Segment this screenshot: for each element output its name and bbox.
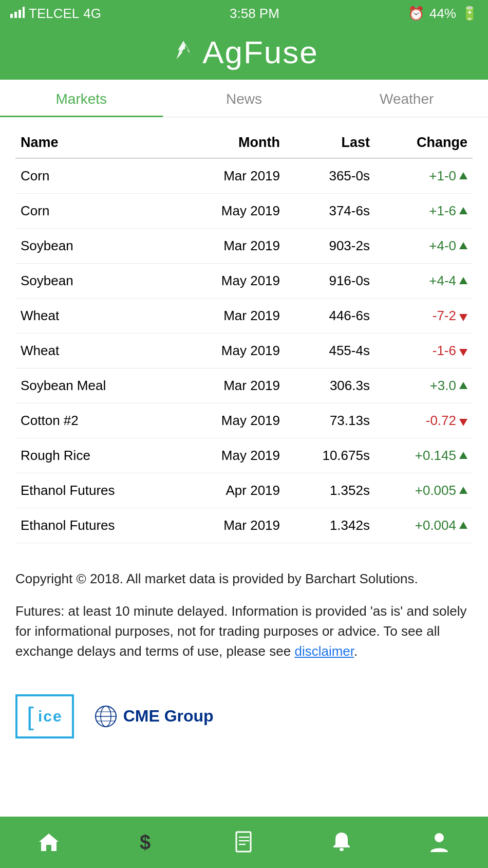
signal-bars xyxy=(10,6,25,22)
bottom-nav-news[interactable] xyxy=(232,830,256,854)
cell-change: +1-6 xyxy=(375,193,473,228)
svg-point-16 xyxy=(435,833,444,842)
table-row: Soybean MealMar 2019306.3s+3.0 xyxy=(15,368,473,403)
alarm-icon: ⏰ xyxy=(408,6,424,22)
table-row: SoybeanMay 2019916-0s+4-4 xyxy=(15,263,473,298)
svg-rect-3 xyxy=(23,7,25,18)
markets-table: Name Month Last Change CornMar 2019365-0… xyxy=(15,127,473,543)
cell-month: May 2019 xyxy=(178,438,285,473)
time-display: 3:58 PM xyxy=(230,6,279,22)
cell-month: May 2019 xyxy=(178,193,285,228)
bottom-nav-home[interactable] xyxy=(37,830,61,854)
cell-change: -7-2 xyxy=(375,298,473,333)
cell-change: +4-4 xyxy=(375,263,473,298)
cell-change: +0.005 xyxy=(375,473,473,508)
cell-last: 306.3s xyxy=(285,368,375,403)
table-row: CornMay 2019374-6s+1-6 xyxy=(15,193,473,228)
cell-name: Cotton #2 xyxy=(15,403,178,438)
cell-name: Ethanol Futures xyxy=(15,473,178,508)
footer-section: Copyright © 2018. All market data is pro… xyxy=(0,553,488,684)
cell-last: 365-0s xyxy=(285,158,375,194)
status-left: TELCEL 4G xyxy=(10,6,101,22)
table-row: CornMar 2019365-0s+1-0 xyxy=(15,158,473,194)
battery-percent: 44% xyxy=(429,6,456,22)
dollar-icon: $ xyxy=(135,830,158,854)
cell-month: May 2019 xyxy=(178,263,285,298)
cell-last: 455-4s xyxy=(285,333,375,368)
cme-globe-icon xyxy=(95,705,117,728)
bell-icon xyxy=(330,830,353,854)
cell-last: 10.675s xyxy=(285,438,375,473)
cell-name: Rough Rice xyxy=(15,438,178,473)
cell-month: May 2019 xyxy=(178,333,285,368)
svg-rect-2 xyxy=(18,10,21,18)
logo-icon xyxy=(170,39,197,66)
table-row: WheatMay 2019455-4s-1-6 xyxy=(15,333,473,368)
cell-last: 374-6s xyxy=(285,193,375,228)
svg-text:$: $ xyxy=(140,832,151,853)
cell-month: Mar 2019 xyxy=(178,368,285,403)
col-header-month: Month xyxy=(178,127,285,158)
cell-name: Soybean xyxy=(15,228,178,263)
cell-change: +0.004 xyxy=(375,508,473,543)
cell-month: Mar 2019 xyxy=(178,228,285,263)
cell-change: +3.0 xyxy=(375,368,473,403)
tab-markets[interactable]: Markets xyxy=(0,80,163,117)
bottom-nav-notifications[interactable] xyxy=(330,830,353,854)
cell-month: Apr 2019 xyxy=(178,473,285,508)
cell-last: 446-6s xyxy=(285,298,375,333)
cell-name: Ethanol Futures xyxy=(15,508,178,543)
app-logo: AgFuse xyxy=(170,34,318,70)
table-row: Ethanol FuturesApr 20191.352s+0.005 xyxy=(15,473,473,508)
cell-name: Wheat xyxy=(15,333,178,368)
cell-last: 903-2s xyxy=(285,228,375,263)
cell-change: +1-0 xyxy=(375,158,473,194)
cell-month: May 2019 xyxy=(178,403,285,438)
col-header-name: Name xyxy=(15,127,178,158)
cell-name: Soybean xyxy=(15,263,178,298)
network-type: 4G xyxy=(83,6,101,22)
status-right: ⏰ 44% 🔋 xyxy=(408,6,478,22)
cell-name: Corn xyxy=(15,193,178,228)
cell-change: +4-0 xyxy=(375,228,473,263)
cell-month: Mar 2019 xyxy=(178,298,285,333)
cell-change: -1-6 xyxy=(375,333,473,368)
bottom-nav-profile[interactable] xyxy=(427,830,451,854)
col-header-change: Change xyxy=(375,127,473,158)
ice-logo: [ ice xyxy=(15,694,74,738)
svg-rect-1 xyxy=(14,12,17,18)
disclaimer-end: . xyxy=(354,643,358,659)
logo-text: AgFuse xyxy=(202,34,318,70)
cell-month: Mar 2019 xyxy=(178,508,285,543)
bottom-nav-markets[interactable]: $ xyxy=(135,830,158,854)
table-row: Cotton #2May 201973.13s-0.72 xyxy=(15,403,473,438)
person-icon xyxy=(427,830,451,854)
cell-last: 1.342s xyxy=(285,508,375,543)
svg-rect-11 xyxy=(236,832,251,852)
disclaimer-link[interactable]: disclaimer xyxy=(294,643,354,659)
tab-news[interactable]: News xyxy=(163,80,326,117)
svg-point-4 xyxy=(182,46,185,49)
cell-name: Soybean Meal xyxy=(15,368,178,403)
tab-weather[interactable]: Weather xyxy=(325,80,488,117)
nav-tabs: Markets News Weather xyxy=(0,80,488,117)
battery-icon: 🔋 xyxy=(461,6,478,22)
svg-rect-0 xyxy=(10,14,13,18)
app-header: AgFuse xyxy=(0,27,488,80)
cell-name: Corn xyxy=(15,158,178,194)
copyright-text: Copyright © 2018. All market data is pro… xyxy=(15,569,473,589)
disclaimer-body: Futures: at least 10 minute delayed. Inf… xyxy=(15,603,467,659)
svg-point-15 xyxy=(340,848,344,851)
cell-change: +0.145 xyxy=(375,438,473,473)
table-row: SoybeanMar 2019903-2s+4-0 xyxy=(15,228,473,263)
status-bar: TELCEL 4G 3:58 PM ⏰ 44% 🔋 xyxy=(0,0,488,27)
cell-last: 916-0s xyxy=(285,263,375,298)
cell-last: 1.352s xyxy=(285,473,375,508)
table-header-row: Name Month Last Change xyxy=(15,127,473,158)
table-row: Rough RiceMay 201910.675s+0.145 xyxy=(15,438,473,473)
cell-name: Wheat xyxy=(15,298,178,333)
disclaimer-paragraph: Futures: at least 10 minute delayed. Inf… xyxy=(15,601,473,661)
table-row: WheatMar 2019446-6s-7-2 xyxy=(15,298,473,333)
col-header-last: Last xyxy=(285,127,375,158)
cme-logo: CME Group xyxy=(95,705,214,728)
